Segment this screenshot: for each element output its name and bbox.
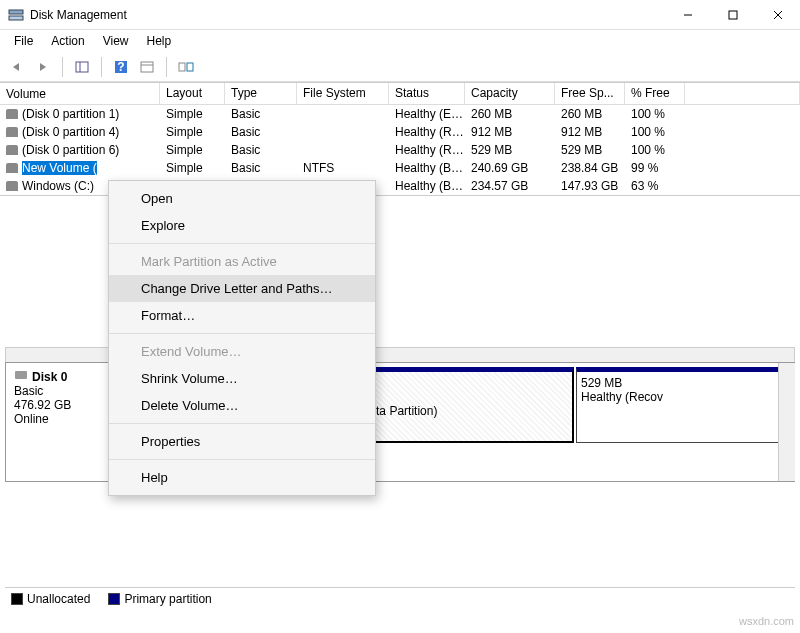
cell: NTFS <box>297 160 389 176</box>
disk-status: Online <box>14 412 109 426</box>
cell: 147.93 GB <box>555 178 625 194</box>
cm-separator <box>109 333 375 334</box>
svg-rect-3 <box>729 11 737 19</box>
cm-separator <box>109 423 375 424</box>
col-header-free[interactable]: Free Sp... <box>555 83 625 104</box>
cell: 912 MB <box>465 124 555 140</box>
disk-view-button[interactable] <box>175 56 197 78</box>
svg-rect-0 <box>9 10 23 14</box>
legend: Unallocated Primary partition <box>5 587 795 609</box>
volume-cell: (Disk 0 partition 4) <box>0 124 160 140</box>
disk-panel-vscroll[interactable] <box>778 363 795 481</box>
disk-info: Disk 0 Basic 476.92 GB Online <box>6 363 118 453</box>
volume-cell: (Disk 0 partition 1) <box>0 106 160 122</box>
help-icon[interactable]: ? <box>110 56 132 78</box>
disk-type: Basic <box>14 384 109 398</box>
cm-shrink-volume[interactable]: Shrink Volume… <box>109 365 375 392</box>
menu-view[interactable]: View <box>95 32 137 50</box>
svg-rect-10 <box>141 62 153 72</box>
cell: 100 % <box>625 124 685 140</box>
cell: Healthy (B… <box>389 160 465 176</box>
drive-icon <box>6 181 18 191</box>
back-button[interactable] <box>6 56 28 78</box>
col-header-capacity[interactable]: Capacity <box>465 83 555 104</box>
forward-button[interactable] <box>32 56 54 78</box>
cm-format[interactable]: Format… <box>109 302 375 329</box>
cell: 99 % <box>625 160 685 176</box>
cell: 100 % <box>625 106 685 122</box>
volume-name: New Volume ( <box>22 161 97 175</box>
svg-rect-13 <box>187 63 193 71</box>
legend-unallocated: Unallocated <box>11 592 90 606</box>
minimize-button[interactable] <box>665 0 710 30</box>
cell <box>297 149 389 151</box>
disk-size: 476.92 GB <box>14 398 109 412</box>
cell: 100 % <box>625 142 685 158</box>
menu-file[interactable]: File <box>6 32 41 50</box>
cm-open[interactable]: Open <box>109 185 375 212</box>
col-header-volume[interactable]: Volume <box>0 83 160 104</box>
swatch-primary <box>108 593 120 605</box>
cell: Simple <box>160 142 225 158</box>
watermark: wsxdn.com <box>739 615 794 627</box>
detail-view-button[interactable] <box>136 56 158 78</box>
col-header-status[interactable]: Status <box>389 83 465 104</box>
volume-row[interactable]: (Disk 0 partition 1)SimpleBasicHealthy (… <box>0 105 800 123</box>
drive-icon <box>6 145 18 155</box>
cm-help[interactable]: Help <box>109 464 375 491</box>
toolbar-separator <box>166 57 167 77</box>
cell: 240.69 GB <box>465 160 555 176</box>
drive-icon <box>6 163 18 173</box>
list-view-button[interactable] <box>71 56 93 78</box>
drive-icon <box>6 109 18 119</box>
cm-properties[interactable]: Properties <box>109 428 375 455</box>
cell: 238.84 GB <box>555 160 625 176</box>
cell: Healthy (B… <box>389 178 465 194</box>
cell: Basic <box>225 124 297 140</box>
app-icon <box>8 7 24 23</box>
column-headers: Volume Layout Type File System Status Ca… <box>0 83 800 105</box>
volume-list: Volume Layout Type File System Status Ca… <box>0 82 800 196</box>
close-button[interactable] <box>755 0 800 30</box>
volume-name: (Disk 0 partition 6) <box>22 143 119 157</box>
svg-rect-1 <box>9 16 23 20</box>
cell: 529 MB <box>555 142 625 158</box>
volume-name: Windows (C:) <box>22 179 94 193</box>
cm-change-drive-letter[interactable]: Change Drive Letter and Paths… <box>109 275 375 302</box>
menu-help[interactable]: Help <box>139 32 180 50</box>
cm-delete-volume[interactable]: Delete Volume… <box>109 392 375 419</box>
cell: 529 MB <box>465 142 555 158</box>
context-menu: Open Explore Mark Partition as Active Ch… <box>108 180 376 496</box>
volume-name: (Disk 0 partition 4) <box>22 125 119 139</box>
swatch-unallocated <box>11 593 23 605</box>
cell: 912 MB <box>555 124 625 140</box>
titlebar: Disk Management <box>0 0 800 30</box>
volume-name: (Disk 0 partition 1) <box>22 107 119 121</box>
toolbar-separator <box>62 57 63 77</box>
svg-rect-14 <box>15 371 27 379</box>
col-header-layout[interactable]: Layout <box>160 83 225 104</box>
toolbar-separator <box>101 57 102 77</box>
volume-cell: (Disk 0 partition 6) <box>0 142 160 158</box>
cell: Healthy (R… <box>389 142 465 158</box>
volume-row[interactable]: (Disk 0 partition 4)SimpleBasicHealthy (… <box>0 123 800 141</box>
toolbar: ? <box>0 52 800 82</box>
maximize-button[interactable] <box>710 0 755 30</box>
col-header-filesystem[interactable]: File System <box>297 83 389 104</box>
cell: Simple <box>160 160 225 176</box>
col-header-pctfree[interactable]: % Free <box>625 83 685 104</box>
col-header-spacer <box>685 83 800 104</box>
cell: Simple <box>160 106 225 122</box>
volume-row[interactable]: (Disk 0 partition 6)SimpleBasicHealthy (… <box>0 141 800 159</box>
cm-explore[interactable]: Explore <box>109 212 375 239</box>
col-header-type[interactable]: Type <box>225 83 297 104</box>
menu-action[interactable]: Action <box>43 32 92 50</box>
cm-extend-volume: Extend Volume… <box>109 338 375 365</box>
menubar: File Action View Help <box>0 30 800 52</box>
cell <box>297 131 389 133</box>
partition-block[interactable]: 529 MB Healthy (Recov <box>576 367 792 443</box>
cell: 260 MB <box>465 106 555 122</box>
volume-row[interactable]: New Volume (SimpleBasicNTFSHealthy (B…24… <box>0 159 800 177</box>
svg-rect-12 <box>179 63 185 71</box>
cell <box>297 113 389 115</box>
